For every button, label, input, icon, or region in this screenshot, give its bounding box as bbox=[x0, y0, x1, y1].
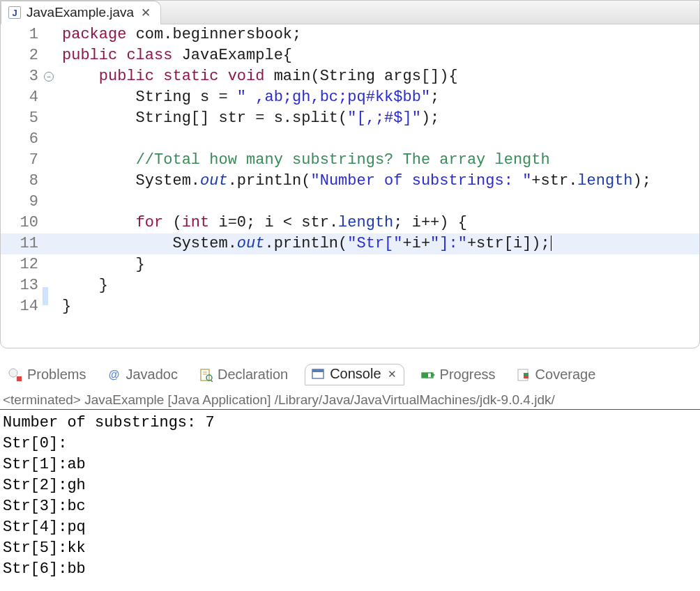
tab-coverage[interactable]: Coverage bbox=[512, 365, 600, 384]
svg-rect-14 bbox=[524, 376, 528, 378]
code-line[interactable]: 6 bbox=[1, 129, 699, 150]
line-number: 4 bbox=[1, 87, 43, 108]
progress-icon bbox=[421, 368, 435, 382]
line-number: 11 bbox=[1, 233, 43, 254]
code-text: package com.beginnersbook; bbox=[56, 24, 301, 45]
line-number: 2 bbox=[1, 45, 43, 66]
close-icon[interactable]: ✕ bbox=[139, 6, 152, 20]
line-number: 5 bbox=[1, 108, 43, 129]
tab-declaration-label: Declaration bbox=[218, 367, 288, 383]
tab-progress-label: Progress bbox=[440, 367, 496, 383]
code-line[interactable]: 5 String[] str = s.split("[,;#$]"); bbox=[1, 108, 699, 129]
editor-tab[interactable]: J JavaExample.java ✕ bbox=[1, 1, 161, 24]
java-file-icon: J bbox=[8, 6, 21, 19]
console-status: <terminated> JavaExample [Java Applicati… bbox=[0, 390, 700, 408]
line-number: 12 bbox=[1, 254, 43, 275]
line-number: 13 bbox=[1, 275, 43, 296]
code-line[interactable]: 1package com.beginnersbook; bbox=[1, 24, 699, 45]
editor-tab-bar: J JavaExample.java ✕ bbox=[1, 1, 699, 24]
close-icon[interactable]: ✕ bbox=[386, 368, 398, 381]
console-line: Str[2]:gh bbox=[3, 475, 700, 496]
code-text: public class JavaExample{ bbox=[56, 45, 292, 66]
code-text: public static void main(String args[]){ bbox=[56, 66, 458, 87]
code-text: } bbox=[56, 275, 108, 296]
tab-javadoc-label: Javadoc bbox=[125, 367, 178, 383]
editor-pane: J JavaExample.java ✕ 1package com.beginn… bbox=[0, 0, 700, 348]
line-number: 3– bbox=[1, 66, 43, 87]
divider bbox=[0, 409, 700, 410]
code-editor[interactable]: 1package com.beginnersbook;2public class… bbox=[1, 24, 699, 317]
tab-javadoc[interactable]: @ Javadoc bbox=[102, 365, 182, 384]
line-number: 6 bbox=[1, 129, 43, 150]
code-text: System.out.println("Number of substrings… bbox=[56, 171, 651, 192]
console-line: Str[4]:pq bbox=[3, 517, 700, 538]
code-line[interactable]: 4 String s = " ,ab;gh,bc;pq#kk$bb"; bbox=[1, 87, 699, 108]
svg-line-6 bbox=[211, 380, 213, 382]
console-output[interactable]: Number of substrings: 7Str[0]:Str[1]:abS… bbox=[0, 413, 700, 580]
console-line: Number of substrings: 7 bbox=[3, 413, 700, 433]
code-text: for (int i=0; i < str.length; i++) { bbox=[56, 213, 467, 233]
console-line: Str[0]: bbox=[3, 433, 700, 454]
code-line[interactable]: 10 for (int i=0; i < str.length; i++) { bbox=[1, 213, 699, 233]
bottom-panel: Problems @ Javadoc Declaration Console ✕… bbox=[0, 361, 700, 580]
tab-declaration[interactable]: Declaration bbox=[195, 365, 292, 384]
coverage-icon bbox=[517, 368, 531, 382]
code-line[interactable]: 13 } bbox=[1, 275, 699, 296]
code-line[interactable]: 9 bbox=[1, 192, 699, 213]
console-line: Str[5]:kk bbox=[3, 538, 700, 559]
editor-tab-label: JavaExample.java bbox=[26, 5, 134, 20]
at-icon: @ bbox=[107, 368, 121, 382]
code-line[interactable]: 11 System.out.println("Str["+i+"]:"+str[… bbox=[1, 233, 699, 254]
tab-coverage-label: Coverage bbox=[535, 367, 596, 383]
text-cursor bbox=[551, 236, 551, 251]
console-icon bbox=[311, 367, 325, 381]
error-icon bbox=[8, 368, 22, 382]
line-number: 7 bbox=[1, 150, 43, 171]
code-line[interactable]: 12 } bbox=[1, 254, 699, 275]
code-text: //Total how many substrings? The array l… bbox=[56, 150, 550, 171]
line-number: 10 bbox=[1, 213, 43, 233]
declaration-icon bbox=[199, 368, 213, 382]
console-line: Str[1]:ab bbox=[3, 454, 700, 475]
views-tab-bar: Problems @ Javadoc Declaration Console ✕… bbox=[0, 361, 700, 390]
code-text: } bbox=[56, 296, 71, 317]
tab-problems-label: Problems bbox=[27, 367, 86, 383]
code-text: } bbox=[56, 254, 145, 275]
svg-rect-10 bbox=[422, 373, 428, 378]
line-number: 9 bbox=[1, 192, 43, 213]
code-text: String[] str = s.split("[,;#$]"); bbox=[56, 108, 439, 129]
line-number: 1 bbox=[1, 24, 43, 45]
svg-point-0 bbox=[9, 369, 17, 377]
code-text: System.out.println("Str["+i+"]:"+str[i])… bbox=[56, 233, 551, 254]
svg-rect-13 bbox=[524, 373, 528, 376]
code-line[interactable]: 8 System.out.println("Number of substrin… bbox=[1, 171, 699, 192]
svg-rect-8 bbox=[312, 369, 324, 372]
tab-progress[interactable]: Progress bbox=[417, 365, 500, 384]
code-line[interactable]: 3– public static void main(String args[]… bbox=[1, 66, 699, 87]
code-line[interactable]: 2public class JavaExample{ bbox=[1, 45, 699, 66]
code-text: String s = " ,ab;gh,bc;pq#kk$bb"; bbox=[56, 87, 439, 108]
tab-problems[interactable]: Problems bbox=[4, 365, 90, 384]
console-line: Str[3]:bc bbox=[3, 496, 700, 517]
line-number: 14 bbox=[1, 296, 43, 317]
code-line[interactable]: 14} bbox=[1, 296, 699, 317]
line-number: 8 bbox=[1, 171, 43, 192]
tab-console-label: Console bbox=[330, 366, 381, 382]
tab-console[interactable]: Console ✕ bbox=[305, 364, 404, 385]
fold-icon[interactable]: – bbox=[44, 72, 54, 82]
svg-rect-1 bbox=[17, 376, 22, 381]
code-line[interactable]: 7 //Total how many substrings? The array… bbox=[1, 150, 699, 171]
console-line: Str[6]:bb bbox=[3, 559, 700, 580]
